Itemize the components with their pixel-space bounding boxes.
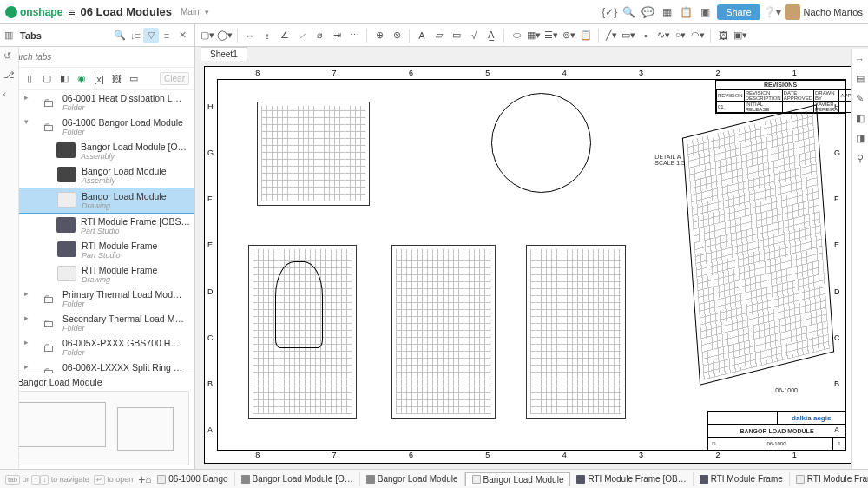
tool-center[interactable]: ⊕ [372, 29, 386, 43]
rail-history-icon[interactable]: ↺ [3, 50, 16, 63]
share-button[interactable]: Share [717, 4, 760, 20]
bottom-tab[interactable]: RTI Module Frame [OB… [570, 472, 693, 486]
tree-item[interactable]: RTI Module FramePart Studio [19, 238, 194, 262]
tree-item[interactable]: ▾06-1000 Bangor Load ModuleFolder [19, 115, 194, 139]
drawing-sheet[interactable]: 8877665544332211HHGGFFEEDDCCBBAA REVISIO… [204, 66, 859, 464]
tree-item[interactable]: Bangor Load Module [OBSOLETE]Assembly [19, 139, 194, 163]
filter-icon[interactable]: ▽ [143, 28, 159, 43]
branch-label[interactable]: Main [181, 7, 200, 16]
tool-dia[interactable]: ⌀ [312, 29, 326, 43]
app-logo[interactable]: onshape [5, 6, 62, 18]
home-tab-button[interactable]: ⌂ [145, 474, 151, 485]
tool-line[interactable]: ╱▾ [604, 29, 618, 43]
tree-item[interactable]: Bangor Load ModuleDrawing [19, 188, 194, 214]
add-tab-button[interactable]: + [138, 472, 145, 486]
rt-pin-icon[interactable]: ⚲ [857, 153, 864, 164]
comment-icon[interactable]: 💬 [641, 5, 654, 19]
tool-note[interactable]: A [415, 29, 429, 43]
tool-ord[interactable]: ⇥ [330, 29, 344, 43]
rt-layer-icon[interactable]: ◧ [856, 113, 865, 124]
drawing-area[interactable]: 8877665544332211HHGGFFEEDDCCBBAA REVISIO… [195, 47, 868, 469]
curly-icon[interactable]: {✓} [602, 5, 616, 19]
tree-item[interactable]: ▸Primary Thermal Load ModuleFolder [19, 287, 194, 311]
sheet-tab[interactable]: Sheet1 [201, 47, 247, 61]
tool-hole[interactable]: ⊚▾ [562, 29, 575, 43]
doc-title[interactable]: 06 Load Modules [81, 5, 172, 18]
bottom-tab[interactable]: RTI Module Frame [694, 472, 790, 486]
tool-weld[interactable]: A̲ [484, 29, 498, 43]
rt-edit-icon[interactable]: ✎ [856, 93, 864, 104]
tree-item[interactable]: RTI Module FrameDrawing [19, 262, 194, 287]
panel-header: ▥ Tabs 🔍 ↓≡ ▽ ≡ ✕ [0, 24, 194, 47]
user-chip[interactable]: Nacho Martos [785, 4, 863, 20]
clipboard-icon[interactable]: 📋 [679, 5, 693, 19]
tab-tree: ▸06-0001 Heat Dissipation Load Mod…Folde… [0, 90, 194, 373]
tree-item[interactable]: Bangor Load ModuleAssembly [19, 163, 194, 188]
part-filter-icon[interactable]: ▢ [40, 72, 54, 86]
bottom-tab[interactable]: Bangor Load Module [360, 472, 465, 486]
search-icon[interactable]: 🔍 [112, 28, 128, 43]
bottom-tab[interactable]: RTI Module Frame [790, 472, 868, 486]
branch-chevron-icon[interactable]: ▾ [205, 8, 209, 16]
tool-bom[interactable]: ☰▾ [544, 29, 558, 43]
panel-icon: ▥ [4, 30, 16, 42]
img-filter-icon[interactable]: 🖼 [109, 72, 123, 86]
iso-label: 06-1000 [775, 387, 798, 393]
tool-1[interactable]: ▢▾ [201, 29, 214, 43]
tool-dim1[interactable]: ↔ [243, 29, 257, 43]
tool-over[interactable]: ▣▾ [733, 29, 747, 43]
filter-icon-row: 🗀 ▯ ▢ ◧ ◉ [x] 🖼 ▭ Clear [0, 68, 194, 90]
tool-gtol[interactable]: ▭ [450, 29, 464, 43]
preview-thumbnail[interactable] [5, 391, 189, 465]
tool-spline[interactable]: ∿▾ [656, 29, 670, 43]
tool-cline[interactable]: ⊗ [390, 29, 404, 43]
tool-callout[interactable]: ⬭ [510, 29, 523, 43]
rail-collapse-icon[interactable]: ‹ [3, 89, 16, 101]
feature-filter-icon[interactable]: ◉ [75, 72, 89, 86]
doc-filter-icon[interactable]: ▯ [23, 72, 36, 86]
grid-icon[interactable]: ▦ [660, 5, 674, 19]
bottom-tab[interactable]: 06-1000 Bango [151, 472, 234, 486]
rt-prop-icon[interactable]: ◨ [856, 133, 865, 144]
tree-item[interactable]: ▸06-0001 Heat Dissipation Load Mod…Folde… [19, 90, 194, 115]
asm-filter-icon[interactable]: ◧ [57, 72, 71, 86]
help-icon[interactable]: ❔▾ [766, 5, 779, 19]
rt-dim-icon[interactable]: ↔ [855, 54, 865, 64]
tool-2[interactable]: ◯▾ [218, 29, 232, 43]
bottom-tabstrip: tab or ↑↓ to navigate ↵ to open + ⌂ 06-1… [0, 469, 868, 488]
tree-item[interactable]: ▸Secondary Thermal Load ModuleFolder [19, 311, 194, 335]
tool-point[interactable]: • [639, 29, 653, 43]
bottom-tab[interactable]: Bangor Load Module [O… [235, 472, 360, 486]
bottom-tab[interactable]: Bangor Load Module [465, 472, 571, 486]
tool-rad[interactable]: ⟋ [295, 29, 309, 43]
nav-hint: tab or ↑↓ to navigate ↵ to open [5, 475, 138, 484]
tool-table[interactable]: ▦▾ [527, 29, 541, 43]
tree-item[interactable]: ▸06-006X-LXXXX Split Ring Hanger A…Folde… [19, 359, 194, 373]
search-input[interactable] [5, 52, 189, 62]
tool-circ[interactable]: ○▾ [674, 29, 687, 43]
search-top-icon[interactable]: 🔍 [621, 5, 635, 19]
cube-icon[interactable]: ▣ [698, 5, 712, 19]
tool-dim2[interactable]: ↕ [260, 29, 274, 43]
rail-branch-icon[interactable]: ⎇ [3, 69, 16, 82]
tool-datum[interactable]: ▱ [432, 29, 446, 43]
tree-item[interactable]: ▸06-005X-PXXX GBS700 HX AssemblyFolder [19, 335, 194, 359]
tool-arc[interactable]: ◠▾ [691, 29, 705, 43]
tool-rect[interactable]: ▭▾ [621, 29, 635, 43]
list-icon[interactable]: ≡ [159, 28, 174, 43]
clear-button[interactable]: Clear [160, 72, 189, 85]
rt-sheet-icon[interactable]: ▤ [856, 73, 865, 84]
right-toolbar: ↔ ▤ ✎ ◧ ◨ ⚲ [851, 49, 868, 469]
tool-img[interactable]: 🖼 [716, 29, 730, 43]
tool-ang[interactable]: ∠ [278, 29, 292, 43]
var-filter-icon[interactable]: [x] [92, 72, 106, 86]
misc-filter-icon[interactable]: ▭ [127, 72, 141, 86]
tool-list[interactable]: 📋 [579, 29, 593, 43]
tool-more[interactable]: ⋯ [347, 29, 361, 43]
tree-item[interactable]: RTI Module Frame [OBSOLETE]Part Studio [19, 214, 194, 238]
sort-icon[interactable]: ↓≡ [128, 28, 143, 43]
close-panel-icon[interactable]: ✕ [174, 28, 190, 43]
drawing-toolbar: ▢▾ ◯▾ ↔ ↕ ∠ ⟋ ⌀ ⇥ ⋯ ⊕ ⊗ A ▱ ▭ √ A̲ ⬭ ▦▾ … [195, 24, 868, 47]
menu-icon[interactable]: ≡ [68, 5, 75, 19]
tool-surf[interactable]: √ [467, 29, 481, 43]
